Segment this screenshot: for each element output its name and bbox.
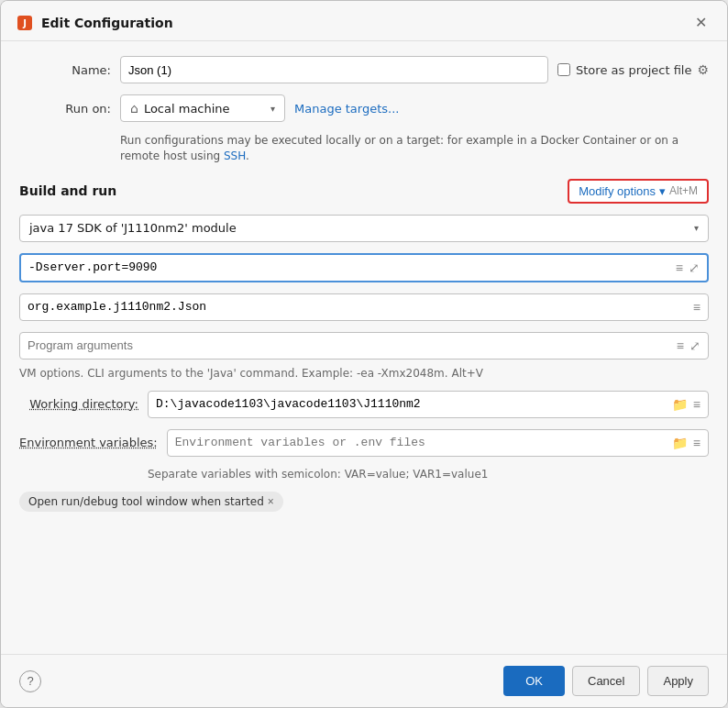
env-hint-text: Separate variables with semicolon: VAR=v… bbox=[148, 468, 709, 481]
prog-args-row: ≡ ⤢ bbox=[19, 332, 709, 360]
working-dir-row: Working directory: 📁 ≡ bbox=[19, 391, 709, 418]
vm-expand-icon[interactable]: ⤢ bbox=[687, 259, 701, 277]
env-vars-icons: 📁 ≡ bbox=[670, 434, 708, 452]
prog-args-doc-icon[interactable]: ≡ bbox=[675, 337, 686, 355]
sdk-chevron-icon: ▾ bbox=[694, 223, 699, 233]
name-input[interactable] bbox=[120, 56, 548, 83]
modify-options-label: Modify options bbox=[579, 184, 656, 198]
run-debug-tag: Open run/debug tool window when started … bbox=[19, 492, 283, 512]
prog-args-icons: ≡ ⤢ bbox=[675, 337, 708, 355]
dialog-title: Edit Configuration bbox=[41, 16, 689, 30]
edit-configuration-dialog: J Edit Configuration ✕ Name: Store as pr… bbox=[0, 0, 728, 708]
store-project-label: Store as project file bbox=[576, 63, 691, 77]
working-dir-input[interactable] bbox=[149, 393, 670, 415]
run-on-label: Run on: bbox=[19, 102, 111, 116]
ok-button[interactable]: OK bbox=[503, 666, 565, 696]
store-project-checkbox[interactable] bbox=[557, 63, 570, 76]
prog-args-expand-icon[interactable]: ⤢ bbox=[688, 337, 702, 355]
chevron-down-icon: ▾ bbox=[659, 184, 666, 198]
env-vars-doc-icon[interactable]: ≡ bbox=[691, 434, 702, 452]
remove-tag-button[interactable]: × bbox=[268, 496, 274, 507]
working-dir-folder-icon[interactable]: 📁 bbox=[670, 395, 689, 414]
svg-text:J: J bbox=[22, 18, 27, 28]
working-dir-label: Working directory: bbox=[19, 397, 138, 411]
env-vars-label: Environment variables: bbox=[19, 436, 158, 449]
dialog-footer: ? OK Cancel Apply bbox=[1, 654, 727, 707]
local-machine-text: Local machine bbox=[144, 102, 265, 116]
main-class-input[interactable] bbox=[20, 296, 691, 317]
prog-args-input[interactable] bbox=[20, 335, 675, 356]
home-icon: ⌂ bbox=[130, 101, 138, 116]
env-vars-input[interactable] bbox=[168, 432, 670, 453]
run-on-select[interactable]: ⌂ Local machine ▾ bbox=[120, 94, 285, 122]
dialog-header: J Edit Configuration ✕ bbox=[1, 1, 727, 41]
run-on-row: Run on: ⌂ Local machine ▾ Manage targets… bbox=[19, 94, 709, 122]
working-dir-input-row: 📁 ≡ bbox=[148, 391, 709, 418]
help-button[interactable]: ? bbox=[19, 670, 41, 692]
tag-row: Open run/debug tool window when started … bbox=[19, 492, 709, 512]
footer-buttons: OK Cancel Apply bbox=[503, 666, 709, 696]
sdk-select[interactable]: java 17 SDK of 'J1110nm2' module ▾ bbox=[19, 215, 709, 242]
build-run-section-header: Build and run Modify options ▾ Alt+M bbox=[19, 179, 709, 204]
close-button[interactable]: ✕ bbox=[689, 12, 712, 33]
vm-hint-text: VM options. CLI arguments to the 'Java' … bbox=[19, 367, 709, 380]
class-doc-icon[interactable]: ≡ bbox=[691, 298, 702, 316]
dialog-body: Name: Store as project file ⚙ Run on: ⌂ … bbox=[1, 41, 727, 654]
vm-doc-icon[interactable]: ≡ bbox=[674, 259, 685, 277]
cancel-button[interactable]: Cancel bbox=[572, 666, 640, 696]
vm-options-row: ≡ ⤢ bbox=[19, 253, 709, 282]
env-vars-row: Environment variables: 📁 ≡ bbox=[19, 429, 709, 457]
store-project-row: Store as project file ⚙ bbox=[557, 62, 709, 77]
working-dir-doc-icon[interactable]: ≡ bbox=[691, 395, 702, 414]
manage-targets-link[interactable]: Manage targets... bbox=[294, 102, 399, 116]
modify-options-shortcut: Alt+M bbox=[669, 184, 698, 197]
main-class-row: ≡ bbox=[19, 293, 709, 321]
env-input-row: 📁 ≡ bbox=[167, 429, 709, 457]
working-dir-icons: 📁 ≡ bbox=[670, 395, 708, 414]
name-store-row: Name: Store as project file ⚙ bbox=[19, 56, 709, 83]
name-label: Name: bbox=[19, 63, 111, 77]
sdk-value: java 17 SDK of 'J1110nm2' module bbox=[29, 221, 694, 235]
vm-input-icons: ≡ ⤢ bbox=[674, 259, 707, 277]
build-run-title: Build and run bbox=[19, 183, 116, 198]
ssh-link[interactable]: SSH bbox=[224, 149, 246, 162]
env-vars-folder-icon[interactable]: 📁 bbox=[670, 434, 689, 452]
apply-button[interactable]: Apply bbox=[647, 666, 709, 696]
info-text: Run configurations may be executed local… bbox=[120, 133, 709, 164]
class-input-icons: ≡ bbox=[691, 298, 708, 316]
chevron-down-icon: ▾ bbox=[270, 104, 275, 114]
tag-label: Open run/debug tool window when started bbox=[28, 495, 264, 508]
vm-options-input[interactable] bbox=[21, 257, 674, 278]
app-icon: J bbox=[16, 14, 34, 32]
gear-icon[interactable]: ⚙ bbox=[697, 62, 709, 77]
modify-options-button[interactable]: Modify options ▾ Alt+M bbox=[568, 179, 709, 204]
